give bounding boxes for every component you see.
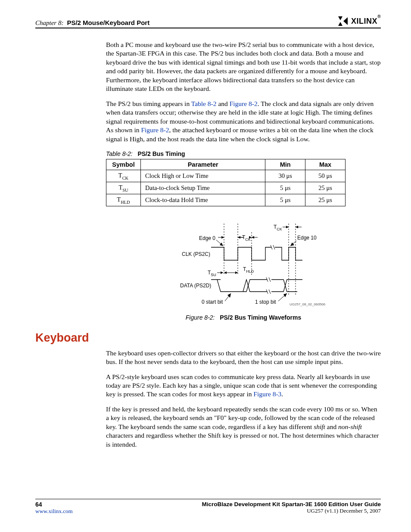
page-footer: 64 www.xilinx.com MicroBlaze Development…	[35, 499, 381, 515]
table-row: TSU Data-to-clock Setup Time 5 μs 25 μs	[106, 182, 346, 194]
label-tck: TCK	[242, 234, 251, 242]
cell-min: 5 μs	[265, 182, 305, 194]
label-clk: CLK (PS2C)	[182, 251, 210, 257]
section-heading-keyboard: Keyboard	[35, 331, 381, 345]
ps2-bus-timing-table: Symbol Parameter Min Max TCK Clock High …	[106, 159, 346, 206]
page-header: Chapter 8: PS/2 Mouse/Keyboard Port XILI…	[35, 16, 381, 28]
cell-max: 25 μs	[305, 194, 346, 206]
svg-marker-33	[283, 293, 287, 297]
xref-figure-8-3[interactable]: Figure 8-3	[253, 390, 281, 398]
label-data: DATA (PS2D)	[180, 283, 211, 289]
keyboard-body: The keyboard uses open-collector drivers…	[106, 349, 381, 449]
chapter-title: PS/2 Mouse/Keyboard Port	[67, 19, 149, 26]
cell-min: 30 μs	[265, 170, 305, 182]
chapter-label: Chapter 8:	[35, 19, 63, 26]
chapter-heading: Chapter 8: PS/2 Mouse/Keyboard Port	[35, 19, 149, 27]
svg-marker-29	[224, 271, 227, 274]
doc-version: UG257 (v1.1) December 5, 2007	[202, 507, 381, 514]
svg-marker-13	[252, 236, 254, 239]
figure-caption: Figure 8-2: PS/2 Bus Timing Waveforms	[106, 314, 381, 321]
paragraph-timing-intro: The PS/2 bus timing appears in Table 8-2…	[106, 100, 381, 143]
svg-marker-28	[235, 271, 238, 274]
label-tck-top: TCK	[274, 224, 282, 231]
label-edge0: Edge 0	[199, 235, 215, 241]
svg-marker-21	[220, 243, 223, 246]
table-header-row: Symbol Parameter Min Max	[106, 159, 346, 170]
xilinx-logo: XILINX®	[338, 16, 381, 27]
italic-nonshift: non-shift	[338, 423, 362, 430]
svg-marker-17	[286, 226, 289, 228]
body-column: Both a PC mouse and keyboard use the two…	[106, 40, 381, 321]
label-thld: THLD	[243, 266, 254, 274]
col-parameter: Parameter	[140, 159, 265, 170]
paragraph-intro: Both a PC mouse and keyboard use the two…	[106, 40, 381, 93]
timing-waveform-figure: TCK TCK Edge 0 Edge 10 CLK (PS2C) TSU TH…	[106, 219, 381, 311]
label-tsu: TSU	[208, 270, 216, 277]
cell-min: 5 μs	[265, 194, 305, 206]
label-stop-bit: 1 stop bit	[255, 299, 276, 305]
cell-symbol: TCK	[106, 170, 141, 182]
paragraph-keyboard-2: A PS/2-style keyboard uses scan codes to…	[106, 373, 381, 399]
table-caption: Table 8-2: PS/2 Bus Timing	[106, 150, 381, 157]
label-start-bit: 0 start bit	[202, 299, 223, 305]
cell-max: 25 μs	[305, 182, 346, 194]
svg-marker-9	[221, 236, 224, 239]
cell-parameter: Clock-to-data Hold Time	[140, 194, 265, 206]
svg-marker-0	[338, 16, 342, 20]
col-max: Max	[305, 159, 346, 170]
col-min: Min	[265, 159, 305, 170]
timing-waveform-svg: TCK TCK Edge 0 Edge 10 CLK (PS2C) TSU TH…	[159, 219, 327, 310]
svg-marker-1	[338, 22, 342, 26]
xilinx-logo-icon	[338, 16, 349, 26]
cell-symbol: THLD	[106, 194, 141, 206]
diagram-id: UG257_08_02_060506	[290, 302, 326, 306]
logo-text: XILINX®	[351, 17, 381, 26]
footer-url[interactable]: www.xilinx.com	[35, 508, 73, 515]
guide-title: MicroBlaze Development Kit Spartan-3E 16…	[202, 501, 381, 507]
xref-table-8-2[interactable]: Table 8-2	[191, 100, 217, 107]
paragraph-keyboard-1: The keyboard uses open-collector drivers…	[106, 349, 381, 367]
svg-marker-19	[296, 226, 298, 228]
xref-figure-8-2-b[interactable]: Figure 8-2	[141, 126, 169, 134]
xref-figure-8-2[interactable]: Figure 8-2	[230, 100, 258, 107]
label-edge10: Edge 10	[297, 235, 317, 241]
table-row: THLD Clock-to-data Hold Time 5 μs 25 μs	[106, 194, 346, 206]
table-row: TCK Clock High or Low Time 30 μs 50 μs	[106, 170, 346, 182]
italic-shift: shift	[314, 423, 325, 430]
cell-symbol: TSU	[106, 182, 141, 194]
paragraph-keyboard-3: If the key is pressed and held, the keyb…	[106, 405, 381, 449]
cell-max: 50 μs	[305, 170, 346, 182]
svg-marker-2	[343, 17, 348, 25]
page-number: 64	[35, 501, 73, 508]
cell-parameter: Clock High or Low Time	[140, 170, 265, 182]
col-symbol: Symbol	[106, 159, 141, 170]
svg-marker-25	[221, 271, 223, 274]
cell-parameter: Data-to-clock Setup Time	[140, 182, 265, 194]
